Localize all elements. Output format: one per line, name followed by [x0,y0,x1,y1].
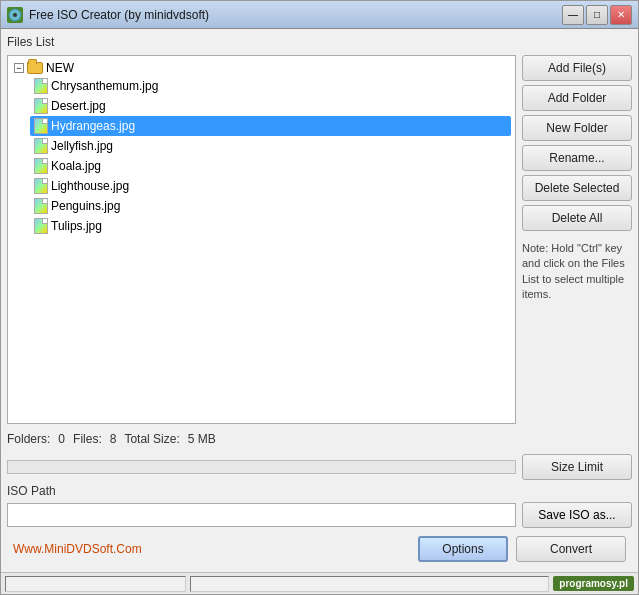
tree-root-item[interactable]: − NEW [12,60,511,76]
convert-button[interactable]: Convert [516,536,626,562]
close-button[interactable]: ✕ [610,5,632,25]
new-folder-button[interactable]: New Folder [522,115,632,141]
folder-icon [27,62,43,74]
main-area: − NEW Chrysanthemum.jpg Desert.jpg [7,55,632,424]
window-title: Free ISO Creator (by minidvdsoft) [29,8,562,22]
main-content: Files List − NEW Chrysanthemum.jpg [1,29,638,572]
tree-item[interactable]: Koala.jpg [30,156,511,176]
iso-path-input[interactable] [7,503,516,527]
rename-button[interactable]: Rename... [522,145,632,171]
svg-point-1 [13,13,17,17]
tree-item[interactable]: Lighthouse.jpg [30,176,511,196]
minimize-button[interactable]: — [562,5,584,25]
file-icon [34,118,48,134]
file-name: Penguins.jpg [51,199,120,213]
files-value: 8 [110,432,117,446]
file-icon [34,98,48,114]
tree-item[interactable]: Desert.jpg [30,96,511,116]
iso-path-row: Save ISO as... [7,502,632,528]
tree-children: Chrysanthemum.jpg Desert.jpg Hydrangeas.… [30,76,511,236]
root-folder-label: NEW [46,61,74,75]
file-name: Tulips.jpg [51,219,102,233]
status-segment-center [190,576,550,592]
tree-item[interactable]: Chrysanthemum.jpg [30,76,511,96]
programosy-badge: programosy.pl [553,576,634,591]
side-buttons-panel: Add File(s) Add Folder New Folder Rename… [522,55,632,424]
file-name: Koala.jpg [51,159,101,173]
file-icon [34,138,48,154]
iso-path-label: ISO Path [7,484,632,498]
file-tree-root: − NEW Chrysanthemum.jpg Desert.jpg [12,60,511,236]
file-name: Chrysanthemum.jpg [51,79,158,93]
save-iso-button[interactable]: Save ISO as... [522,502,632,528]
options-button[interactable]: Options [418,536,508,562]
total-size-label: Total Size: [124,432,179,446]
title-bar: Free ISO Creator (by minidvdsoft) — □ ✕ [1,1,638,29]
stats-row: Folders: 0 Files: 8 Total Size: 5 MB [7,428,632,450]
branding-text: Www.MiniDVDSoft.Com [13,542,410,556]
status-bar: programosy.pl [1,572,638,594]
note-text: Note: Hold "Ctrl" key and click on the F… [522,241,632,303]
size-limit-button[interactable]: Size Limit [522,454,632,480]
main-window: Free ISO Creator (by minidvdsoft) — □ ✕ … [0,0,639,595]
file-name: Hydrangeas.jpg [51,119,135,133]
file-tree-panel[interactable]: − NEW Chrysanthemum.jpg Desert.jpg [7,55,516,424]
maximize-button[interactable]: □ [586,5,608,25]
tree-item[interactable]: Tulips.jpg [30,216,511,236]
iso-path-section: ISO Path Save ISO as... [7,484,632,528]
window-controls: — □ ✕ [562,5,632,25]
tree-item[interactable]: Penguins.jpg [30,196,511,216]
file-name: Lighthouse.jpg [51,179,129,193]
file-icon [34,158,48,174]
files-list-label: Files List [7,35,632,49]
add-files-button[interactable]: Add File(s) [522,55,632,81]
tree-item[interactable]: Jellyfish.jpg [30,136,511,156]
delete-all-button[interactable]: Delete All [522,205,632,231]
collapse-icon[interactable]: − [14,63,24,73]
total-size-value: 5 MB [188,432,216,446]
add-folder-button[interactable]: Add Folder [522,85,632,111]
folders-value: 0 [58,432,65,446]
file-name: Desert.jpg [51,99,106,113]
size-limit-row: Size Limit [7,454,632,480]
file-icon [34,78,48,94]
status-segment-left [5,576,186,592]
files-label: Files: [73,432,102,446]
bottom-bar: Www.MiniDVDSoft.Com Options Convert [7,532,632,566]
folders-label: Folders: [7,432,50,446]
size-progress-bar [7,460,516,474]
file-name: Jellyfish.jpg [51,139,113,153]
file-icon [34,218,48,234]
tree-item-selected[interactable]: Hydrangeas.jpg [30,116,511,136]
app-icon [7,7,23,23]
delete-selected-button[interactable]: Delete Selected [522,175,632,201]
file-icon [34,198,48,214]
file-icon [34,178,48,194]
